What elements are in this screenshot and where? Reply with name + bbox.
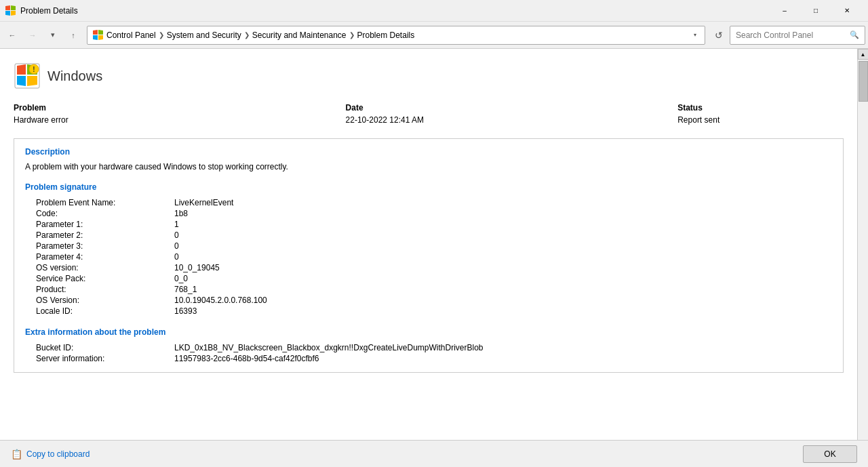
extra-value: LKD_0x1B8_NV_Blackscreen_Blackbox_dxgkrn… — [174, 342, 832, 353]
sig-label: Locale ID: — [25, 306, 174, 317]
svg-marker-1 — [11, 5, 16, 10]
info-columns: Problem Hardware error Date 22-10-2022 1… — [14, 103, 844, 125]
signature-row: Parameter 4:0 — [25, 251, 832, 262]
ok-button[interactable]: OK — [803, 445, 857, 463]
breadcrumb-path: Control Panel ❯ System and Security ❯ Se… — [106, 31, 688, 40]
maximize-button[interactable]: □ — [800, 0, 831, 22]
sig-value: 1 — [174, 219, 832, 230]
content-wrapper: ! Windows Problem Hardware error Date 22… — [0, 49, 868, 440]
back-button[interactable]: ← — [3, 26, 22, 45]
title-bar-controls: – □ ✕ — [769, 0, 863, 22]
svg-marker-0 — [5, 5, 10, 10]
svg-marker-5 — [98, 30, 103, 35]
bottom-bar: 📋 Copy to clipboard OK — [0, 440, 868, 467]
breadcrumb-sep-1: ❯ — [159, 31, 164, 39]
extra-section-title: Extra information about the problem — [25, 327, 832, 337]
extra-row: Server information:11957983-2cc6-468b-9d… — [25, 353, 832, 364]
breadcrumb-security-maintenance[interactable]: Security and Maintenance — [252, 31, 347, 40]
description-box: Description A problem with your hardware… — [14, 138, 844, 373]
description-text: A problem with your hardware caused Wind… — [25, 162, 832, 171]
svg-marker-12 — [27, 76, 37, 86]
description-section-title: Description — [25, 147, 832, 157]
sig-value: 768_1 — [174, 284, 832, 295]
sig-label: Problem Event Name: — [25, 197, 174, 208]
sig-label: Parameter 2: — [25, 230, 174, 241]
sig-value: 10.0.19045.2.0.0.768.100 — [174, 295, 832, 306]
sig-value: 1b8 — [174, 208, 832, 219]
sig-label: Code: — [25, 208, 174, 219]
signature-row: Product:768_1 — [25, 284, 832, 295]
sig-label: OS version: — [25, 262, 174, 273]
signature-row: Locale ID:16393 — [25, 306, 832, 317]
extra-value: 11957983-2cc6-468b-9d54-caf42f0cfbf6 — [174, 353, 832, 364]
scrollbar-thumb[interactable] — [859, 61, 868, 102]
status-header: Status — [677, 103, 844, 113]
date-header: Date — [346, 103, 678, 113]
windows-logo-icon: ! — [14, 62, 41, 89]
sig-value: 0 — [174, 251, 832, 262]
svg-text:!: ! — [33, 66, 35, 73]
close-button[interactable]: ✕ — [831, 0, 863, 22]
sig-label: OS Version: — [25, 295, 174, 306]
status-value: Report sent — [677, 115, 844, 125]
signature-row: Parameter 3:0 — [25, 241, 832, 251]
control-panel-nav-icon — [93, 30, 104, 41]
copy-icon: 📋 — [11, 449, 22, 460]
extra-label: Server information: — [25, 353, 174, 364]
address-bar[interactable]: Control Panel ❯ System and Security ❯ Se… — [87, 26, 705, 45]
status-column: Status Report sent — [677, 103, 844, 125]
sig-label: Parameter 3: — [25, 241, 174, 251]
main-content: ! Windows Problem Hardware error Date 22… — [0, 49, 857, 440]
search-bar[interactable]: 🔍 — [730, 26, 865, 45]
signature-section-title: Problem signature — [25, 182, 832, 192]
up-button[interactable]: ↑ — [64, 26, 83, 45]
svg-marker-6 — [93, 35, 98, 40]
svg-marker-3 — [11, 11, 16, 16]
copy-label: Copy to clipboard — [26, 449, 90, 459]
sig-label: Product: — [25, 284, 174, 295]
signature-row: Parameter 1:1 — [25, 219, 832, 230]
window-header: ! Windows — [14, 62, 844, 89]
search-icon[interactable]: 🔍 — [850, 31, 859, 39]
breadcrumb-sep-3: ❯ — [349, 31, 355, 39]
date-column: Date 22-10-2022 12:41 AM — [346, 103, 678, 125]
sig-value: 0 — [174, 230, 832, 241]
signature-row: Service Pack:0_0 — [25, 273, 832, 284]
address-dropdown-button[interactable]: ▾ — [688, 26, 702, 44]
svg-marker-2 — [5, 11, 10, 16]
breadcrumb-system-security[interactable]: System and Security — [167, 31, 241, 40]
copy-to-clipboard-link[interactable]: 📋 Copy to clipboard — [11, 449, 90, 460]
refresh-button[interactable]: ↺ — [709, 26, 728, 45]
sig-value: 0 — [174, 241, 832, 251]
title-bar: Problem Details – □ ✕ — [0, 0, 868, 22]
svg-marker-11 — [17, 76, 26, 86]
window-title-icon — [5, 5, 16, 16]
signature-row: Code:1b8 — [25, 208, 832, 219]
app-title: Windows — [47, 68, 102, 84]
extra-table: Bucket ID:LKD_0x1B8_NV_Blackscreen_Black… — [25, 342, 832, 364]
problem-value: Hardware error — [14, 115, 346, 125]
sig-label: Parameter 4: — [25, 251, 174, 262]
signature-row: Problem Event Name:LiveKernelEvent — [25, 197, 832, 208]
title-bar-text: Problem Details — [20, 6, 769, 16]
problem-header: Problem — [14, 103, 346, 113]
svg-marker-9 — [17, 64, 26, 75]
dropdown-history-button[interactable]: ▾ — [43, 26, 62, 45]
scrollbar[interactable]: ▲ — [857, 49, 868, 440]
forward-button[interactable]: → — [23, 26, 42, 45]
sig-value: 16393 — [174, 306, 832, 317]
extra-row: Bucket ID:LKD_0x1B8_NV_Blackscreen_Black… — [25, 342, 832, 353]
signature-row: OS Version:10.0.19045.2.0.0.768.100 — [25, 295, 832, 306]
minimize-button[interactable]: – — [769, 0, 800, 22]
sig-value: LiveKernelEvent — [174, 197, 832, 208]
scroll-up-button[interactable]: ▲ — [858, 49, 869, 60]
problem-column: Problem Hardware error — [14, 103, 346, 125]
breadcrumb-problem-details: Problem Details — [357, 31, 415, 40]
svg-marker-4 — [93, 30, 98, 35]
extra-label: Bucket ID: — [25, 342, 174, 353]
nav-bar: ← → ▾ ↑ Control Panel ❯ System and Secur… — [0, 22, 868, 49]
sig-label: Parameter 1: — [25, 219, 174, 230]
breadcrumb-control-panel[interactable]: Control Panel — [106, 31, 156, 40]
sig-label: Service Pack: — [25, 273, 174, 284]
search-input[interactable] — [736, 31, 847, 40]
